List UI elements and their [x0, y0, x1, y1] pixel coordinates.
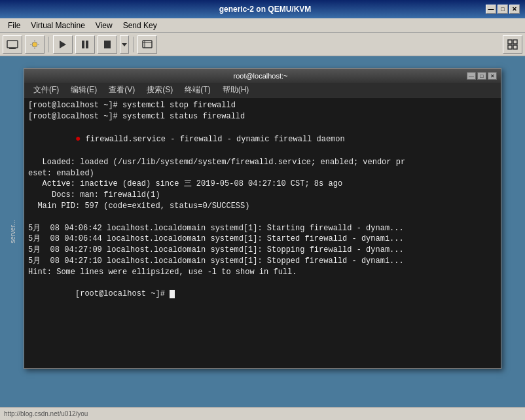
terminal-line-1: [root@localhost ~]# systemctl status fir… [28, 111, 497, 122]
inner-menu-search[interactable]: 搜索(S) [141, 83, 178, 97]
svg-rect-13 [143, 41, 152, 48]
status-server-text: server... [9, 220, 16, 243]
svg-marker-8 [60, 41, 66, 48]
terminal-line-10: 5月 08 04:06:44 localhost.localdomain sys… [28, 234, 497, 245]
toolbar-pause-btn[interactable] [75, 35, 95, 54]
inner-menu-view[interactable]: 查看(V) [103, 83, 140, 97]
toolbar-dropdown-btn[interactable] [120, 35, 129, 54]
svg-marker-12 [122, 43, 127, 46]
terminal-line-11: 5月 08 04:27:09 localhost.localdomain sys… [28, 245, 497, 256]
stop-icon [103, 40, 111, 49]
monitor-icon [7, 40, 18, 49]
terminal-line-14: [root@localhost ~]# [28, 278, 497, 311]
inner-menu-file[interactable]: 文件(F) [28, 83, 64, 97]
inner-minimize-button[interactable]: — [467, 72, 476, 80]
outer-status-text: http://blog.csdn.net/u012/you [4, 410, 88, 417]
terminal-line-13: Hint: Some lines were ellipsized, use -l… [28, 267, 497, 278]
inner-menu-edit[interactable]: 编辑(E) [65, 83, 102, 97]
inner-titlebar-controls: — □ ✕ [467, 72, 497, 80]
terminal-line-8 [28, 212, 497, 223]
menu-view[interactable]: View [90, 20, 118, 31]
toolbar-stop-btn[interactable] [98, 35, 117, 54]
terminal-line-7: Main PID: 597 (code=exited, status=0/SUC… [28, 201, 497, 212]
outer-close-button[interactable]: ✕ [509, 5, 520, 14]
inner-title: root@localhost:~ [54, 72, 467, 80]
outer-menubar: File Virtual Machine View Send Key [0, 18, 525, 33]
toolbar-separator-1 [48, 37, 49, 52]
play-icon [59, 40, 67, 49]
light-icon [29, 39, 40, 50]
terminal-cursor [170, 290, 175, 298]
terminal-body[interactable]: [root@localhost ~]# systemctl stop firew… [24, 97, 501, 368]
toolbar-monitor-btn[interactable] [3, 35, 22, 54]
pause-icon [81, 40, 89, 49]
outer-statusbar: http://blog.csdn.net/u012/you [0, 407, 525, 420]
svg-rect-9 [82, 41, 84, 48]
svg-rect-16 [508, 40, 512, 44]
menu-send-key[interactable]: Send Key [118, 20, 162, 31]
menu-file[interactable]: File [3, 20, 26, 31]
screenshot-icon [142, 40, 153, 49]
terminal-line-2: ● firewalld.service - firewalld - dynami… [28, 122, 497, 157]
outer-maximize-button[interactable]: □ [498, 5, 508, 14]
outer-titlebar-controls: — □ ✕ [486, 5, 520, 14]
inner-close-button[interactable]: ✕ [488, 72, 497, 80]
inner-titlebar: root@localhost:~ — □ ✕ [24, 69, 501, 83]
terminal-line-0: [root@localhost ~]# systemctl stop firew… [28, 100, 497, 111]
menu-virtual-machine[interactable]: Virtual Machine [26, 20, 90, 31]
outer-minimize-button[interactable]: — [486, 5, 496, 14]
toolbar-separator-2 [133, 37, 134, 52]
toolbar-screenshot-btn[interactable] [137, 35, 157, 54]
terminal-line-9: 5月 08 04:06:42 localhost.localdomain sys… [28, 223, 497, 234]
terminal-line-3: Loaded: loaded (/usr/lib/systemd/system/… [28, 157, 497, 168]
outer-toolbar [0, 33, 525, 56]
terminal-line-5: Active: inactive (dead) since 三 2019-05-… [28, 179, 497, 190]
inner-menu-help[interactable]: 帮助(H) [217, 83, 255, 97]
inner-terminal-window: root@localhost:~ — □ ✕ 文件(F) 编辑(E) 查看(V)… [24, 68, 501, 369]
svg-rect-0 [7, 41, 18, 48]
terminal-line-4: eset: enabled) [28, 168, 497, 179]
outer-window: generic-2 on QEMU/KVM — □ ✕ File Virtual… [0, 0, 525, 420]
outer-main-area: server... root@localhost:~ — □ ✕ 文件(F) 编… [0, 56, 525, 407]
svg-rect-11 [104, 41, 111, 48]
svg-rect-10 [86, 41, 88, 48]
svg-point-3 [32, 42, 37, 47]
svg-rect-18 [508, 45, 512, 49]
terminal-line-12: 5月 08 04:27:10 localhost.localdomain sys… [28, 256, 497, 267]
scrollbar-area [515, 56, 525, 357]
outer-title: generic-2 on QEMU/KVM [45, 5, 486, 14]
svg-rect-17 [513, 40, 517, 44]
inner-menubar: 文件(F) 编辑(E) 查看(V) 搜索(S) 终端(T) 帮助(H) [24, 83, 501, 97]
inner-maximize-button[interactable]: □ [477, 72, 486, 80]
inner-menu-terminal[interactable]: 终端(T) [179, 83, 215, 97]
chevron-down-icon [122, 42, 127, 47]
resize-icon [507, 39, 518, 50]
toolbar-play-btn[interactable] [53, 35, 73, 54]
toolbar-light-btn[interactable] [25, 35, 45, 54]
svg-rect-19 [513, 45, 517, 49]
outer-titlebar: generic-2 on QEMU/KVM — □ ✕ [0, 0, 525, 18]
terminal-line-6: Docs: man: firewalld(1) [28, 190, 497, 201]
toolbar-resize-btn[interactable] [503, 35, 522, 54]
